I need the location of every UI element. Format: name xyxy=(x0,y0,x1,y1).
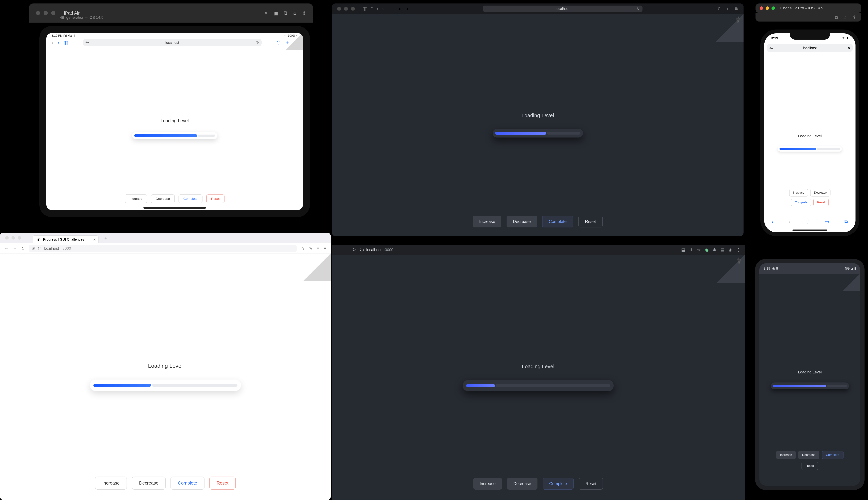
share-icon[interactable]: ⇪ xyxy=(852,14,856,20)
progress-track xyxy=(198,135,215,137)
address-bar[interactable]: AA localhost ↻ xyxy=(767,44,853,52)
increase-button[interactable]: Increase xyxy=(789,189,808,196)
url-text: localhost xyxy=(165,41,179,45)
back-icon[interactable]: ‹ xyxy=(52,39,53,45)
url-port: :3000 xyxy=(61,246,71,251)
panel-icon[interactable]: ▤ xyxy=(720,247,724,252)
complete-button[interactable]: Complete xyxy=(822,451,844,459)
shield-icon[interactable]: ◐ xyxy=(399,7,401,10)
traffic-lights[interactable] xyxy=(337,7,355,11)
sidebar-icon[interactable]: ▥ xyxy=(64,39,68,46)
decrease-button[interactable]: Decrease xyxy=(132,477,165,490)
newtab-icon[interactable]: ＋ xyxy=(725,6,730,11)
forward-icon[interactable]: › xyxy=(382,6,384,12)
screenshot-icon[interactable]: ⧉ xyxy=(834,14,838,20)
complete-button[interactable]: Complete xyxy=(179,194,203,203)
close-tab-icon[interactable]: ✕ xyxy=(93,238,96,242)
reset-button[interactable]: Reset xyxy=(206,194,225,203)
simulator-title: iPhone 12 Pro – iOS 14.5 xyxy=(780,6,823,10)
url-text: localhost xyxy=(556,7,569,11)
share-icon[interactable]: ⇪ xyxy=(302,10,306,16)
home-icon[interactable]: ⌂ xyxy=(293,10,296,16)
decrease-button[interactable]: Decrease xyxy=(506,216,537,227)
puzzle-icon[interactable]: ✱ xyxy=(713,247,716,252)
share-icon[interactable]: ⇧ xyxy=(689,247,693,252)
complete-button[interactable]: Complete xyxy=(542,216,573,227)
address-bar[interactable]: localhost ↻ xyxy=(483,5,642,12)
reset-button[interactable]: Reset xyxy=(813,198,829,206)
shield-icon[interactable]: ⛨ xyxy=(32,246,35,251)
reload-icon[interactable]: ↻ xyxy=(352,247,356,252)
simulator-device-name: iPad Air xyxy=(64,10,80,16)
share-icon[interactable]: ⇧ xyxy=(806,219,810,225)
profile-icon[interactable]: ◉ xyxy=(729,247,732,252)
back-icon[interactable]: ← xyxy=(4,246,9,251)
reset-button[interactable]: Reset xyxy=(801,462,818,470)
menu-icon[interactable]: ⋮ xyxy=(736,247,741,252)
loading-label: Loading Level xyxy=(798,134,822,138)
sidebar-icon[interactable]: ▥ xyxy=(363,6,367,12)
rotate-icon[interactable]: ▣ xyxy=(273,10,278,16)
info-icon[interactable]: ▢ xyxy=(38,246,42,251)
info-icon[interactable]: ⓘ xyxy=(360,247,364,252)
reset-button[interactable]: Reset xyxy=(579,216,603,227)
back-icon[interactable]: ← xyxy=(336,247,340,252)
decrease-button[interactable]: Decrease xyxy=(151,194,175,203)
traffic-lights[interactable] xyxy=(36,11,55,15)
complete-button[interactable]: Complete xyxy=(170,477,204,490)
pointer-icon[interactable]: ⌖ xyxy=(265,10,267,16)
browser-tab[interactable]: ◧ Progress | GUI Challenges ✕ xyxy=(33,236,99,243)
reset-button[interactable]: Reset xyxy=(209,477,236,490)
address-bar[interactable]: ⓘ localhost:3000 xyxy=(360,247,677,252)
complete-button[interactable]: Complete xyxy=(543,478,574,490)
share-icon[interactable]: ⇧ xyxy=(717,6,720,11)
bookmark-icon[interactable]: ☆ xyxy=(301,246,305,251)
home-indicator[interactable] xyxy=(144,207,206,209)
reload-icon[interactable]: ↻ xyxy=(847,46,850,50)
reset-button[interactable]: Reset xyxy=(579,478,603,490)
forward-icon[interactable]: › xyxy=(57,39,59,45)
address-bar[interactable]: ⛨ ▢ localhost:3000 xyxy=(29,245,297,252)
decrease-button[interactable]: Decrease xyxy=(798,451,819,459)
extensions-icon[interactable]: ⚲ xyxy=(317,246,320,251)
bookmark-icon[interactable]: ☆ xyxy=(697,247,701,252)
home-icon[interactable]: ⌂ xyxy=(844,14,846,20)
traffic-lights[interactable] xyxy=(760,7,775,10)
forward-icon[interactable]: → xyxy=(13,246,17,251)
eyedropper-icon[interactable]: ✎ xyxy=(309,246,312,251)
traffic-lights[interactable] xyxy=(5,236,21,240)
increase-button[interactable]: Increase xyxy=(776,451,796,459)
reload-icon[interactable]: ↻ xyxy=(637,7,640,11)
back-icon[interactable]: ‹ xyxy=(377,6,378,12)
reload-icon[interactable]: ↻ xyxy=(21,246,25,251)
extension-icon[interactable]: ◉ xyxy=(705,247,709,252)
android-frame: 3:19 ◉ 8 5G ◢ ▮ Loading Level Increase D… xyxy=(755,259,865,490)
address-bar[interactable]: AA localhost ↻ xyxy=(83,39,262,46)
home-indicator[interactable] xyxy=(792,229,827,231)
reload-icon[interactable]: ↻ xyxy=(256,41,259,45)
forward-icon[interactable]: → xyxy=(344,247,348,252)
share-icon[interactable]: ⇧ xyxy=(276,39,281,46)
complete-button[interactable]: Complete xyxy=(791,198,811,206)
increase-button[interactable]: Increase xyxy=(473,478,502,490)
reader-aa[interactable]: AA xyxy=(85,41,89,44)
new-tab-button[interactable]: ＋ xyxy=(100,235,112,241)
decrease-button[interactable]: Decrease xyxy=(810,189,831,196)
increase-button[interactable]: Increase xyxy=(473,216,501,227)
menu-icon[interactable]: ≡ xyxy=(324,246,326,251)
back-icon[interactable]: ‹ xyxy=(772,219,773,225)
increase-button[interactable]: Increase xyxy=(125,194,147,203)
reader-aa[interactable]: AA xyxy=(769,46,773,49)
tabs-icon[interactable]: ⧉ xyxy=(844,219,848,225)
decrease-button[interactable]: Decrease xyxy=(507,478,537,490)
chevron-down-icon[interactable]: ▾ xyxy=(371,6,373,12)
screenshot-icon[interactable]: ⧉ xyxy=(284,10,287,16)
appearance-icon[interactable]: ◑ xyxy=(406,7,408,10)
increase-button[interactable]: Increase xyxy=(95,477,127,490)
debug-corner-tag xyxy=(286,33,303,50)
progress-bar xyxy=(771,383,849,389)
install-icon[interactable]: ⬓ xyxy=(681,247,685,252)
bookmarks-icon[interactable]: ▭ xyxy=(825,219,829,225)
tabs-icon[interactable]: ▦ xyxy=(734,6,738,11)
forward-icon[interactable]: › xyxy=(789,219,790,225)
